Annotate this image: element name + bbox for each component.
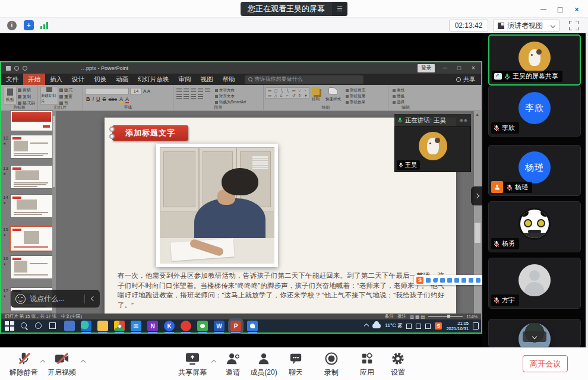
word-icon[interactable]: W bbox=[214, 321, 225, 331]
edge-icon[interactable] bbox=[81, 321, 91, 331]
ime-emoji-icon[interactable] bbox=[461, 278, 466, 283]
meeting-info-icon[interactable]: i bbox=[7, 21, 17, 30]
align-left-icon[interactable] bbox=[198, 88, 203, 93]
paste-button[interactable]: 粘贴 bbox=[4, 87, 17, 104]
ime-mic-icon[interactable] bbox=[447, 278, 452, 283]
font-size-box[interactable]: 14 bbox=[130, 88, 142, 94]
taskbar-clock[interactable]: 21:05 2021/10/31 bbox=[446, 321, 469, 331]
highlight-button[interactable]: A bbox=[119, 96, 123, 103]
onedrive-icon[interactable] bbox=[406, 324, 412, 329]
cut-button[interactable]: 剪切 bbox=[18, 87, 35, 93]
network-signal-icon[interactable] bbox=[40, 21, 50, 29]
window-maximize-button[interactable]: □ bbox=[555, 4, 565, 15]
scroll-more-participants-button[interactable] bbox=[523, 331, 546, 342]
chat-quick-input[interactable]: 说点什么... bbox=[11, 290, 100, 308]
arrange-button[interactable]: 排列 bbox=[312, 87, 320, 102]
ime-fullhalf-icon[interactable] bbox=[433, 278, 438, 283]
tab-insert[interactable]: 插入 bbox=[45, 74, 67, 85]
wechat-icon[interactable] bbox=[197, 321, 208, 331]
leave-meeting-button[interactable]: 离开会议 bbox=[523, 355, 568, 372]
window-close-button[interactable]: × bbox=[571, 4, 582, 15]
comments-toggle[interactable]: 批注 bbox=[397, 314, 406, 319]
red-media-app-icon[interactable] bbox=[181, 321, 191, 331]
participant-tile-screenshare[interactable]: 王昊的屏幕共享 bbox=[488, 34, 581, 86]
unmute-button[interactable]: 解除静音 bbox=[5, 352, 43, 378]
ime-keyboard-icon[interactable] bbox=[454, 278, 459, 283]
participant-tile[interactable]: 方宇 bbox=[488, 258, 581, 309]
redo-icon[interactable] bbox=[23, 66, 27, 71]
shape-outline-button[interactable]: 形状轮廓 bbox=[346, 94, 365, 99]
zoom-slider[interactable] bbox=[428, 316, 463, 317]
start-button[interactable] bbox=[4, 321, 15, 331]
bullets-icon[interactable] bbox=[176, 88, 182, 93]
tellme-search[interactable]: 告诉我你想要做什么 bbox=[245, 75, 363, 84]
ppt-signin-button[interactable]: 登录 bbox=[418, 64, 435, 72]
undo-icon[interactable] bbox=[14, 66, 19, 71]
new-slide-button[interactable]: 新建幻灯片 bbox=[40, 87, 58, 104]
store-icon[interactable] bbox=[64, 321, 75, 331]
tab-help[interactable]: 帮助 bbox=[218, 74, 240, 85]
powerpoint-icon[interactable]: P bbox=[230, 321, 241, 331]
sogou-ime-icon[interactable]: S bbox=[435, 322, 442, 330]
meeting-app-icon[interactable] bbox=[247, 321, 258, 331]
mail-icon[interactable]: ✉ bbox=[131, 321, 141, 331]
slide-thumbnail-16[interactable] bbox=[11, 256, 52, 278]
protection-shield-icon[interactable]: + bbox=[24, 20, 34, 30]
slide-thumbnail-13[interactable] bbox=[11, 166, 52, 188]
ppt-minimize-button[interactable]: ─ bbox=[441, 65, 449, 71]
quick-access-toolbar[interactable] bbox=[6, 66, 27, 71]
bold-button[interactable]: B bbox=[86, 96, 90, 103]
tab-transitions[interactable]: 切换 bbox=[89, 74, 111, 85]
overlay-pin-icons[interactable]: ◆◆ bbox=[460, 118, 468, 123]
justify-icon[interactable] bbox=[184, 94, 189, 99]
participant-tile-partial[interactable] bbox=[488, 319, 581, 347]
emoji-icon[interactable] bbox=[15, 294, 26, 304]
language-indicator[interactable]: 中文(中国) bbox=[61, 314, 82, 319]
action-center-icon[interactable] bbox=[473, 322, 479, 330]
share-screen-button[interactable]: 共享屏幕 bbox=[173, 352, 211, 378]
reset-button[interactable]: 重置 bbox=[59, 94, 72, 100]
record-button[interactable]: 录制 bbox=[312, 352, 350, 378]
ppt-share-button[interactable]: 共享 bbox=[456, 75, 475, 84]
chat-button[interactable]: 聊天 bbox=[277, 352, 315, 378]
ime-toolbar[interactable]: S bbox=[414, 275, 483, 285]
find-button[interactable]: 查找 bbox=[393, 88, 404, 93]
copy-button[interactable]: 复制 bbox=[18, 94, 35, 100]
tab-slideshow[interactable]: 幻灯片放映 bbox=[133, 74, 174, 85]
text-direction-button[interactable]: 文字方向 bbox=[215, 88, 246, 93]
shape-fill-button[interactable]: 形状填充 bbox=[346, 88, 365, 93]
k-app-icon[interactable]: K bbox=[164, 321, 175, 331]
weather-icon[interactable] bbox=[372, 324, 381, 328]
tab-home[interactable]: 开始 bbox=[23, 74, 45, 85]
ime-punct-icon[interactable] bbox=[440, 278, 445, 283]
save-icon[interactable] bbox=[6, 66, 11, 71]
chat-placeholder[interactable]: 说点什么... bbox=[30, 294, 64, 304]
slide-thumbnail-15-selected[interactable] bbox=[11, 227, 52, 251]
volume-icon[interactable] bbox=[425, 324, 431, 329]
underline-button[interactable]: U bbox=[96, 96, 100, 103]
tab-review[interactable]: 审阅 bbox=[174, 74, 196, 85]
view-mode-dropdown[interactable]: 演讲者视图 bbox=[493, 20, 559, 31]
ppt-close-button[interactable]: × bbox=[469, 65, 478, 71]
display-icon[interactable] bbox=[416, 324, 421, 329]
clear-format-button[interactable]: abc bbox=[109, 96, 118, 103]
ime-skin-icon[interactable] bbox=[469, 278, 473, 283]
notes-toggle[interactable]: 备注 bbox=[385, 314, 394, 319]
task-view-icon[interactable] bbox=[46, 321, 58, 331]
speaker-video-tile[interactable]: 王昊 bbox=[394, 126, 471, 172]
window-minimize-button[interactable]: ─ bbox=[538, 4, 549, 15]
tab-view[interactable]: 视图 bbox=[196, 74, 218, 85]
onenote-icon[interactable]: N bbox=[147, 321, 158, 331]
start-video-button[interactable]: 开启视频 bbox=[43, 352, 81, 378]
participant-tile[interactable]: 杨勇 bbox=[488, 201, 581, 252]
chrome-icon[interactable] bbox=[114, 321, 125, 331]
shapes-gallery[interactable]: ▭▢╲╲▭○· ▭△L⌐↺↻▾ bbox=[265, 87, 309, 99]
collapse-chat-icon[interactable] bbox=[91, 296, 96, 301]
indent-icon[interactable] bbox=[191, 88, 196, 93]
tab-file[interactable]: 文件 bbox=[1, 74, 23, 85]
font-color-button[interactable]: A bbox=[125, 96, 129, 103]
align-text-button[interactable]: 对齐文本 bbox=[215, 94, 246, 99]
slide-thumbnail-11[interactable] bbox=[11, 111, 52, 131]
align-center-icon[interactable] bbox=[205, 88, 210, 93]
replace-button[interactable]: 替换 bbox=[393, 94, 404, 99]
